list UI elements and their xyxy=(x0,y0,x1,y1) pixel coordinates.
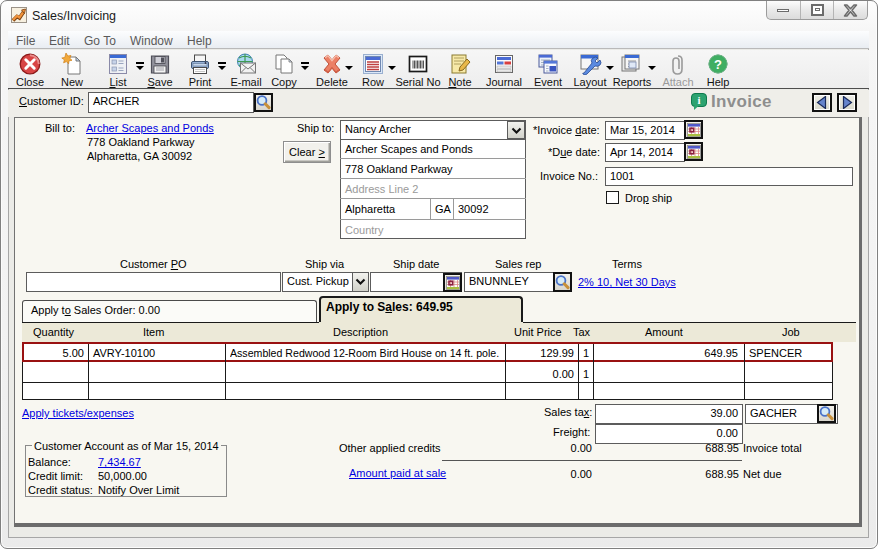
svg-text:?: ? xyxy=(714,57,722,72)
svg-text:i: i xyxy=(697,94,700,106)
